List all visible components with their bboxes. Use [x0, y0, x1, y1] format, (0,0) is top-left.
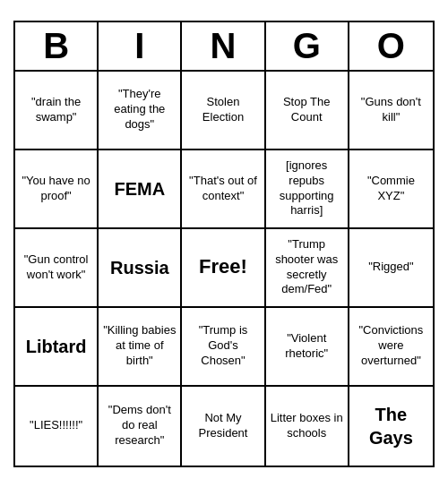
bingo-cell-21: "Dems don't do real research" [99, 387, 182, 466]
bingo-cell-20: "LIES!!!!!!" [15, 387, 99, 466]
bingo-cell-9: "Commie XYZ" [349, 150, 433, 229]
bingo-cell-8: [ignores repubs supporting harris] [266, 150, 349, 229]
header-letter-o: O [349, 22, 433, 70]
bingo-cell-22: Not My President [182, 387, 265, 466]
bingo-cell-2: Stolen Election [182, 72, 265, 150]
bingo-cell-7: "That's out of context" [182, 150, 265, 229]
header-letter-n: N [182, 22, 265, 70]
bingo-header: BINGO [15, 22, 433, 72]
bingo-cell-11: Russia [99, 229, 182, 308]
bingo-cell-4: "Guns don't kill" [349, 72, 433, 150]
header-letter-b: B [15, 22, 99, 70]
bingo-cell-23: Litter boxes in schools [266, 387, 349, 466]
bingo-cell-19: "Convictions were overturned" [349, 308, 433, 387]
bingo-cell-15: Libtard [15, 308, 99, 387]
bingo-cell-1: "They're eating the dogs" [99, 72, 182, 150]
bingo-cell-5: "You have no proof" [15, 150, 99, 229]
header-letter-i: I [99, 22, 182, 70]
bingo-cell-24: The Gays [349, 387, 433, 466]
bingo-grid: "drain the swamp""They're eating the dog… [15, 72, 433, 466]
bingo-cell-6: FEMA [99, 150, 182, 229]
bingo-cell-10: "Gun control won't work" [15, 229, 99, 308]
bingo-card: BINGO "drain the swamp""They're eating t… [13, 21, 435, 467]
bingo-cell-3: Stop The Count [266, 72, 349, 150]
bingo-cell-14: "Rigged" [349, 229, 433, 308]
bingo-cell-12: Free! [182, 229, 265, 308]
bingo-cell-0: "drain the swamp" [15, 72, 99, 150]
bingo-cell-16: "Killing babies at time of birth" [99, 308, 182, 387]
bingo-cell-17: "Trump is God's Chosen" [182, 308, 265, 387]
header-letter-g: G [266, 22, 349, 70]
bingo-cell-13: "Trump shooter was secretly dem/Fed" [266, 229, 349, 308]
bingo-cell-18: "Violent rhetoric" [266, 308, 349, 387]
